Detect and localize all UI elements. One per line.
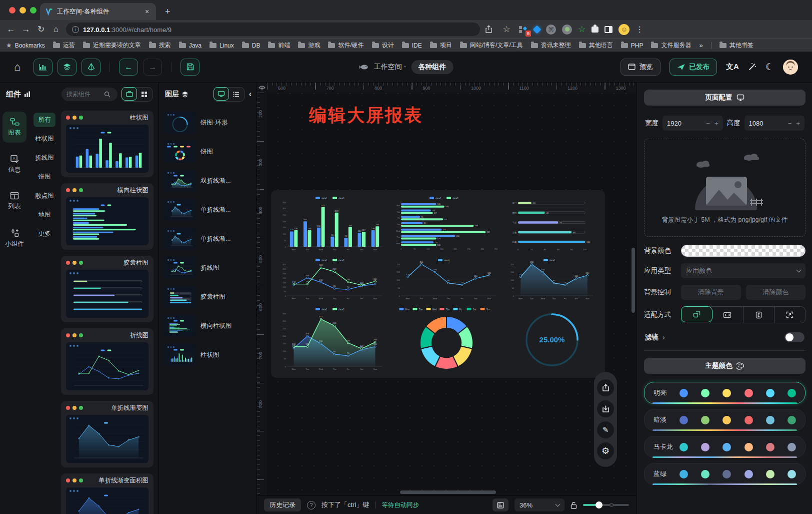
browser-forward-icon[interactable]: → — [21, 25, 31, 35]
canvas-horizontal-scrollbar[interactable] — [400, 490, 496, 494]
bookmark-folder[interactable]: Java — [179, 42, 202, 49]
component-category[interactable]: 饼图 — [34, 170, 56, 184]
list-view-button[interactable] — [228, 88, 244, 101]
height-stepper[interactable]: − + — [744, 116, 805, 131]
theme-row[interactable]: 蓝绿 — [644, 463, 806, 485]
bookmarks-overflow-chevron[interactable]: » — [699, 42, 702, 49]
background-upload-dropzone[interactable]: 背景图需小于 5M ，格式为 png/jpg/gif 的文件 — [644, 139, 806, 237]
chart-capsule[interactable]: 厦门20南阳40北京60上海80新疆100020406080100 — [505, 195, 599, 254]
chart-line-single[interactable]: data1050100150200MonTueWedThuFriSatSun12… — [391, 257, 502, 303]
tab-charts[interactable]: 图表 — [2, 112, 26, 143]
sidebar-toggle-icon[interactable] — [604, 26, 612, 33]
ruler-corner[interactable] — [257, 83, 267, 93]
chart-line-gradient[interactable]: data1050100150200MonTueWedThuFriSatSun12… — [505, 257, 599, 303]
layer-item[interactable]: 胶囊柱图 — [164, 286, 252, 308]
tab-manager-extension-icon[interactable]: 9 — [519, 26, 528, 34]
window-controls[interactable] — [9, 7, 36, 14]
theme-row[interactable]: 明亮 — [644, 382, 806, 404]
export-button[interactable] — [597, 379, 614, 396]
filter-expand-icon[interactable]: › — [662, 333, 665, 341]
settings-gear-button[interactable]: ⚙ — [597, 442, 614, 459]
gradient-line-chart[interactable]: data1050100150200MonTueWedThuFriSatSun12… — [507, 258, 597, 302]
height-increment-icon[interactable]: + — [796, 120, 800, 127]
clear-background-button[interactable]: 清除背景 — [681, 285, 741, 300]
bookmark-folder[interactable]: 网站/博客/文章/工具 — [460, 41, 523, 50]
dashboard-selection[interactable]: data1data2050100150200250300350MonTueWed… — [271, 190, 605, 378]
apply-type-select[interactable]: 应用颜色 — [681, 263, 806, 278]
chart-progress-ring[interactable]: 25.00% — [505, 306, 599, 373]
component-category[interactable]: 散点图 — [32, 189, 57, 203]
theme-color-header[interactable]: 主题颜色 — [644, 358, 806, 374]
browser-tab[interactable]: 工作空间-各种组件 × — [40, 3, 156, 20]
horizontal-bar-chart[interactable]: data1data2050100150200250300350120200150… — [393, 196, 500, 253]
height-decrement-icon[interactable]: − — [788, 120, 792, 127]
bookmark-folder[interactable]: PHP — [621, 42, 644, 49]
zoom-slider-handle[interactable] — [596, 501, 602, 508]
layer-item[interactable]: 柱状图 — [164, 344, 252, 366]
bookmark-folder[interactable]: 项目 — [430, 41, 452, 50]
layer-item[interactable]: 饼图-环形 — [164, 112, 252, 134]
bookmarks-root[interactable]: ★ Bookmarks — [6, 42, 45, 49]
single-view-button[interactable] — [122, 87, 137, 101]
bookmark-folder[interactable]: 文件服务器 — [651, 41, 691, 50]
width-decrement-icon[interactable]: − — [706, 120, 710, 127]
component-category[interactable]: 所有 — [34, 113, 56, 127]
redo-button[interactable]: → — [143, 59, 162, 76]
bookmark-folder[interactable]: 前端 — [268, 41, 290, 50]
toggle-details-panel-button[interactable] — [82, 59, 100, 76]
magic-wand-icon[interactable] — [748, 63, 756, 71]
layer-item[interactable]: 折线图 — [164, 257, 252, 279]
height-input[interactable] — [749, 120, 771, 127]
history-button[interactable]: 历史记录 — [264, 498, 301, 511]
other-bookmarks[interactable]: 其他书签 — [720, 41, 754, 50]
project-name-badge[interactable]: 各种组件 — [411, 60, 453, 74]
toggle-components-panel-button[interactable] — [34, 59, 52, 76]
address-bar[interactable]: i 127.0.0.1:3000/#/chart/home/9 — [66, 23, 480, 36]
component-category[interactable]: 地图 — [34, 208, 56, 222]
new-tab-button[interactable]: + — [165, 7, 170, 16]
canvas-vertical-scrollbar[interactable] — [632, 248, 635, 313]
browser-home-icon[interactable]: ⌂ — [51, 25, 61, 35]
import-button[interactable] — [597, 400, 614, 417]
user-avatar[interactable] — [783, 60, 798, 75]
width-increment-icon[interactable]: + — [714, 120, 718, 127]
window-zoom-icon[interactable] — [30, 7, 36, 14]
notes-button[interactable] — [492, 498, 508, 511]
browser-menu-icon[interactable]: ⋮ — [636, 25, 642, 34]
window-minimize-icon[interactable] — [20, 7, 26, 14]
bookmark-folder[interactable]: 资讯未整理 — [531, 41, 571, 50]
search-box[interactable] — [62, 88, 118, 101]
line-chart[interactable]: data1data2050100150200250300350MonTueWed… — [279, 258, 386, 302]
grid-view-button[interactable] — [136, 88, 152, 101]
layer-item[interactable]: 单折线渐... — [164, 199, 252, 221]
thumbnail-view-button[interactable] — [214, 87, 229, 101]
preview-button[interactable]: 预览 — [620, 59, 660, 76]
tab-list[interactable]: 列表 — [2, 186, 26, 217]
bookmark-star-icon[interactable]: ☆ — [501, 24, 512, 35]
app-home-button[interactable]: ⌂ — [14, 61, 20, 74]
diamond-extension-icon[interactable] — [533, 25, 542, 34]
toggle-layers-panel-button[interactable] — [58, 59, 76, 76]
lock-icon[interactable] — [570, 501, 577, 509]
language-icon[interactable]: 文A — [726, 62, 739, 72]
clear-color-button[interactable]: 清除颜色 — [746, 285, 806, 300]
progress-ring-chart[interactable]: 25.00% — [524, 312, 580, 368]
profile-avatar[interactable]: ☺ — [618, 24, 630, 35]
capsule-chart[interactable]: 厦门20南阳40北京60上海80新疆100020406080100 — [507, 196, 597, 253]
share-icon[interactable] — [485, 25, 496, 34]
browser-back-icon[interactable]: ← — [6, 25, 16, 35]
collapse-panel-icon[interactable]: ‹ — [248, 90, 252, 99]
bookmark-folder[interactable]: 搜索 — [149, 41, 171, 50]
width-stepper[interactable]: − + — [662, 116, 723, 131]
area-chart[interactable]: data1data2050100150200250300350MonTueWed… — [279, 307, 386, 372]
bookmark-folder[interactable]: 近期需要读的文章 — [83, 41, 141, 50]
tab-widgets[interactable]: 小组件 — [2, 223, 26, 254]
chart-area-double[interactable]: data1data2050100150200250300350MonTueWed… — [277, 306, 388, 373]
publish-button[interactable]: 已发布 — [670, 59, 718, 76]
layer-item[interactable]: 饼图 — [164, 141, 252, 163]
window-close-icon[interactable] — [9, 7, 16, 14]
component-card[interactable]: 折线图 — [61, 328, 154, 395]
bookmark-folder[interactable]: DB — [242, 42, 260, 49]
bookmark-folder[interactable]: 其他语言 — [579, 41, 613, 50]
component-card[interactable]: 胶囊柱图 — [61, 256, 154, 322]
